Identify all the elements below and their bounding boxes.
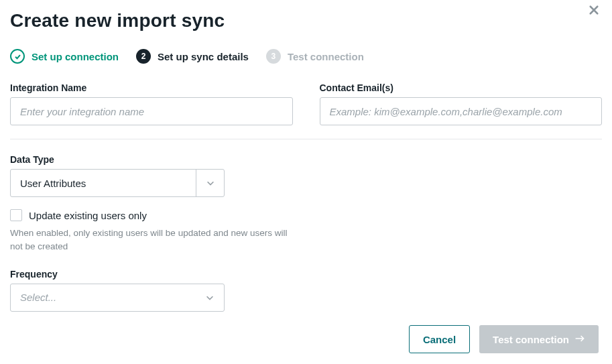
data-type-group: Data Type User Attributes xyxy=(10,154,602,197)
step-connection[interactable]: Set up connection xyxy=(10,49,119,64)
step-sync-details[interactable]: 2 Set up sync details xyxy=(136,49,249,64)
step-number: 2 xyxy=(136,49,151,64)
frequency-value: Select... xyxy=(11,284,196,311)
contact-emails-label: Contact Email(s) xyxy=(320,82,603,93)
data-type-value: User Attributes xyxy=(11,170,196,196)
step-test-connection[interactable]: 3 Test connection xyxy=(266,49,364,64)
divider xyxy=(10,139,602,139)
update-existing-row: Update existing users only xyxy=(10,209,602,221)
chevron-down-icon xyxy=(196,284,224,311)
close-icon[interactable] xyxy=(588,4,600,16)
cancel-button[interactable]: Cancel xyxy=(409,325,470,353)
contact-emails-input[interactable] xyxy=(320,97,603,125)
data-type-label: Data Type xyxy=(10,154,602,165)
step-number: 3 xyxy=(266,49,281,64)
step-label: Test connection xyxy=(288,51,364,62)
step-label: Set up sync details xyxy=(158,51,249,62)
contact-emails-group: Contact Email(s) xyxy=(320,82,603,125)
test-connection-button[interactable]: Test connection xyxy=(479,325,599,353)
chevron-down-icon xyxy=(196,170,224,196)
arrow-right-icon xyxy=(574,334,585,345)
test-connection-label: Test connection xyxy=(493,334,569,345)
data-type-select[interactable]: User Attributes xyxy=(10,169,225,197)
update-existing-label: Update existing users only xyxy=(29,210,147,221)
stepper: Set up connection 2 Set up sync details … xyxy=(10,49,602,64)
integration-name-group: Integration Name xyxy=(10,82,293,125)
step-label: Set up connection xyxy=(32,51,119,62)
integration-name-input[interactable] xyxy=(10,97,293,125)
frequency-group: Frequency Select... xyxy=(10,269,602,312)
modal-title: Create new import sync xyxy=(10,10,602,32)
integration-name-label: Integration Name xyxy=(10,82,293,93)
update-existing-checkbox[interactable] xyxy=(10,209,22,221)
check-icon xyxy=(10,49,25,64)
update-existing-help: When enabled, only existing users will b… xyxy=(10,227,298,254)
frequency-label: Frequency xyxy=(10,269,602,280)
actions: Cancel Test connection xyxy=(409,325,599,353)
frequency-select[interactable]: Select... xyxy=(10,284,225,312)
